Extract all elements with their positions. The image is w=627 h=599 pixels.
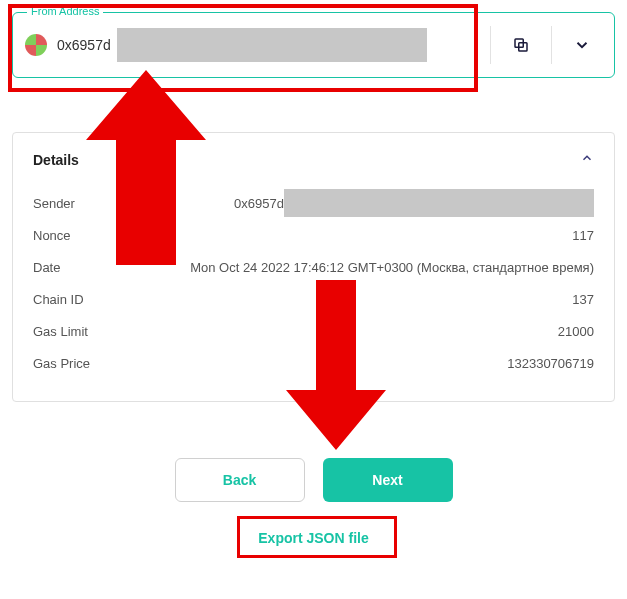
avatar <box>25 34 47 56</box>
detail-row-gas-price: Gas Price 132330706719 <box>33 347 594 379</box>
detail-label: Sender <box>33 196 75 211</box>
detail-value: 137 <box>572 292 594 307</box>
next-button[interactable]: Next <box>323 458 453 502</box>
back-button-label: Back <box>223 472 256 488</box>
divider <box>490 26 491 64</box>
detail-value: 21000 <box>558 324 594 339</box>
back-button[interactable]: Back <box>175 458 305 502</box>
export-json-link[interactable]: Export JSON file <box>240 520 386 556</box>
chevron-up-icon <box>580 151 594 165</box>
chevron-down-icon <box>573 36 591 54</box>
copy-button[interactable] <box>501 25 541 65</box>
detail-value: 132330706719 <box>507 356 594 371</box>
details-card: Details Sender 0x6957d Nonce 117 Date Mo… <box>12 132 615 402</box>
detail-value: 0x6957d <box>234 196 284 211</box>
detail-label: Chain ID <box>33 292 84 307</box>
from-address-value: 0x6957d <box>57 37 111 53</box>
detail-row-date: Date Mon Oct 24 2022 17:46:12 GMT+0300 (… <box>33 251 594 283</box>
address-redacted-mask <box>117 28 427 62</box>
detail-value: Mon Oct 24 2022 17:46:12 GMT+0300 (Москв… <box>190 260 594 275</box>
button-row: Back Next <box>12 458 615 502</box>
detail-row-sender: Sender 0x6957d <box>33 187 594 219</box>
details-title: Details <box>33 152 79 168</box>
details-header[interactable]: Details <box>33 151 594 169</box>
detail-value: 117 <box>572 228 594 243</box>
copy-icon <box>512 36 530 54</box>
from-address-label: From Address <box>27 5 103 17</box>
from-address-box: From Address 0x6957d <box>12 12 615 78</box>
next-button-label: Next <box>372 472 402 488</box>
detail-label: Gas Limit <box>33 324 88 339</box>
detail-row-chain-id: Chain ID 137 <box>33 283 594 315</box>
divider <box>551 26 552 64</box>
detail-label: Nonce <box>33 228 71 243</box>
export-json-label: Export JSON file <box>258 530 368 546</box>
expand-button[interactable] <box>562 25 602 65</box>
detail-row-nonce: Nonce 117 <box>33 219 594 251</box>
detail-row-gas-limit: Gas Limit 21000 <box>33 315 594 347</box>
detail-label: Gas Price <box>33 356 90 371</box>
detail-label: Date <box>33 260 60 275</box>
export-row: Export JSON file <box>12 520 615 556</box>
sender-redacted-mask <box>284 189 594 217</box>
collapse-button[interactable] <box>580 151 594 169</box>
